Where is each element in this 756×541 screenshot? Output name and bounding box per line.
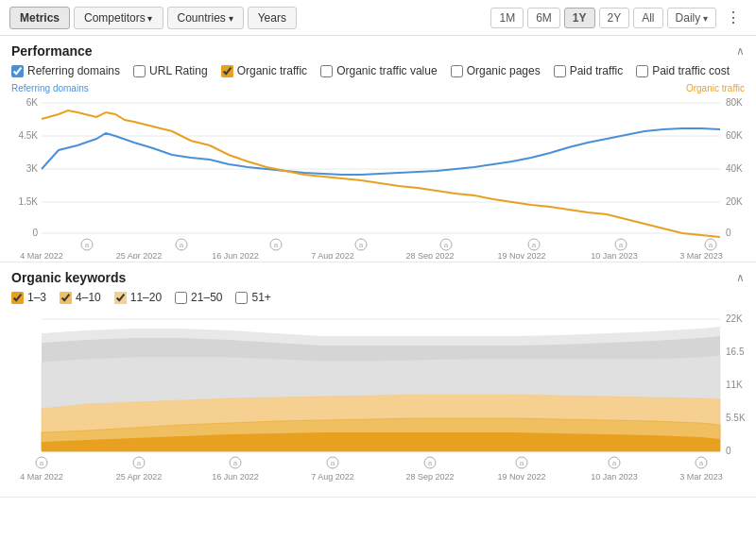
svg-text:1.5K: 1.5K xyxy=(18,196,38,207)
perf-axis-left-label: Referring domains xyxy=(11,83,89,93)
svg-text:11K: 11K xyxy=(726,380,743,390)
svg-text:6K: 6K xyxy=(26,97,39,108)
performance-section: Performance ∧ Referring domains URL Rati… xyxy=(0,36,756,262)
performance-checkboxes: Referring domains URL Rating Organic tra… xyxy=(0,62,756,83)
time-all[interactable]: All xyxy=(633,8,662,28)
keywords-x-annotations: a a a a a a a a xyxy=(36,457,707,468)
keywords-title: Organic keywords xyxy=(11,270,126,285)
checkbox-4-10[interactable]: 4–10 xyxy=(60,291,101,304)
svg-text:25 Apr 2022: 25 Apr 2022 xyxy=(116,472,163,482)
checkbox-paid-traffic-cost[interactable]: Paid traffic cost xyxy=(636,64,730,77)
svg-text:a: a xyxy=(274,241,279,249)
svg-text:0: 0 xyxy=(32,228,38,238)
checkbox-referring-domains[interactable]: Referring domains xyxy=(11,64,120,77)
x-axis-annotations: a a a a a a a a xyxy=(81,239,716,250)
svg-text:a: a xyxy=(233,459,238,467)
keywords-collapse-icon[interactable]: ∧ xyxy=(736,271,745,284)
svg-text:5.5K: 5.5K xyxy=(726,413,745,423)
svg-text:a: a xyxy=(709,241,713,249)
toolbar: Metrics Competitors Countries Years 1M 6… xyxy=(0,0,756,36)
svg-text:a: a xyxy=(612,459,617,467)
keywords-header: Organic keywords ∧ xyxy=(0,262,756,289)
svg-text:3 Mar 2023: 3 Mar 2023 xyxy=(679,251,723,259)
tab-years[interactable]: Years xyxy=(248,7,297,29)
checkbox-11-20[interactable]: 11–20 xyxy=(114,291,162,304)
svg-text:4 Mar 2022: 4 Mar 2022 xyxy=(20,472,63,482)
performance-chart-svg: 6K 4.5K 3K 1.5K 0 80K 60K 40K 20K 0 a xyxy=(11,93,745,259)
svg-text:a: a xyxy=(520,459,524,467)
time-1y[interactable]: 1Y xyxy=(564,8,595,28)
tab-countries[interactable]: Countries xyxy=(167,7,244,29)
svg-text:a: a xyxy=(359,241,364,249)
svg-text:a: a xyxy=(428,459,433,467)
time-6m[interactable]: 6M xyxy=(527,8,560,28)
perf-axis-right-label: Organic traffic xyxy=(686,83,745,93)
performance-collapse-icon[interactable]: ∧ xyxy=(736,44,745,58)
svg-text:0: 0 xyxy=(726,228,731,238)
checkbox-organic-traffic[interactable]: Organic traffic xyxy=(221,64,307,77)
svg-text:0: 0 xyxy=(726,446,731,456)
svg-text:80K: 80K xyxy=(726,97,743,108)
checkbox-organic-pages[interactable]: Organic pages xyxy=(451,64,541,77)
svg-text:a: a xyxy=(699,459,704,467)
svg-text:16 Jun 2022: 16 Jun 2022 xyxy=(212,251,259,259)
keywords-chart-svg: 22K 16.5K 11K 5.5K 0 a a xyxy=(11,310,745,494)
svg-text:a: a xyxy=(137,459,142,467)
time-1m[interactable]: 1M xyxy=(490,8,524,28)
checkbox-organic-traffic-value[interactable]: Organic traffic value xyxy=(320,64,438,77)
time-daily[interactable]: Daily xyxy=(667,8,716,28)
keywords-chart: 22K 16.5K 11K 5.5K 0 a a xyxy=(0,310,756,497)
svg-text:20K: 20K xyxy=(726,196,743,207)
svg-text:7 Aug 2022: 7 Aug 2022 xyxy=(311,472,354,482)
checkbox-paid-traffic[interactable]: Paid traffic xyxy=(554,64,623,77)
svg-text:40K: 40K xyxy=(726,163,743,174)
checkbox-url-rating[interactable]: URL Rating xyxy=(133,64,208,77)
tab-metrics[interactable]: Metrics xyxy=(9,7,70,29)
svg-text:28 Sep 2022: 28 Sep 2022 xyxy=(405,251,454,259)
svg-text:3K: 3K xyxy=(26,163,39,174)
svg-text:4 Mar 2022: 4 Mar 2022 xyxy=(20,251,63,259)
svg-text:a: a xyxy=(40,459,44,467)
checkbox-21-50[interactable]: 21–50 xyxy=(175,291,222,304)
svg-text:a: a xyxy=(180,241,184,249)
toolbar-time-controls: 1M 6M 1Y 2Y All Daily ⋮ xyxy=(490,6,747,29)
performance-chart: 6K 4.5K 3K 1.5K 0 80K 60K 40K 20K 0 a xyxy=(0,93,756,262)
toolbar-tabs: Metrics Competitors Countries Years xyxy=(9,7,297,29)
performance-header: Performance ∧ xyxy=(0,36,756,62)
time-2y[interactable]: 2Y xyxy=(599,8,630,28)
svg-text:3 Mar 2023: 3 Mar 2023 xyxy=(679,472,723,482)
svg-text:16.5K: 16.5K xyxy=(726,347,745,357)
svg-text:a: a xyxy=(331,459,335,467)
svg-text:7 Aug 2022: 7 Aug 2022 xyxy=(311,251,354,259)
more-options-button[interactable]: ⋮ xyxy=(720,6,747,29)
svg-text:19 Nov 2022: 19 Nov 2022 xyxy=(497,251,545,259)
keywords-checkboxes: 1–3 4–10 11–20 21–50 51+ xyxy=(0,289,756,310)
organic-keywords-section: Organic keywords ∧ 1–3 4–10 11–20 21–50 … xyxy=(0,262,756,498)
svg-text:10 Jan 2023: 10 Jan 2023 xyxy=(591,472,638,482)
svg-text:19 Nov 2022: 19 Nov 2022 xyxy=(497,472,545,482)
svg-text:a: a xyxy=(85,241,90,249)
svg-text:10 Jan 2023: 10 Jan 2023 xyxy=(591,251,638,259)
svg-text:22K: 22K xyxy=(726,313,743,324)
svg-text:28 Sep 2022: 28 Sep 2022 xyxy=(405,472,454,482)
svg-text:a: a xyxy=(619,241,624,249)
svg-text:16 Jun 2022: 16 Jun 2022 xyxy=(212,472,259,482)
referring-domains-line xyxy=(42,128,720,175)
checkbox-51plus[interactable]: 51+ xyxy=(235,291,270,304)
svg-text:25 Apr 2022: 25 Apr 2022 xyxy=(116,251,163,259)
svg-text:60K: 60K xyxy=(726,130,743,141)
performance-title: Performance xyxy=(11,43,93,59)
tab-competitors[interactable]: Competitors xyxy=(74,7,163,29)
svg-text:a: a xyxy=(532,241,537,249)
svg-text:4.5K: 4.5K xyxy=(18,130,38,141)
checkbox-1-3[interactable]: 1–3 xyxy=(11,291,46,304)
svg-text:a: a xyxy=(444,241,449,249)
